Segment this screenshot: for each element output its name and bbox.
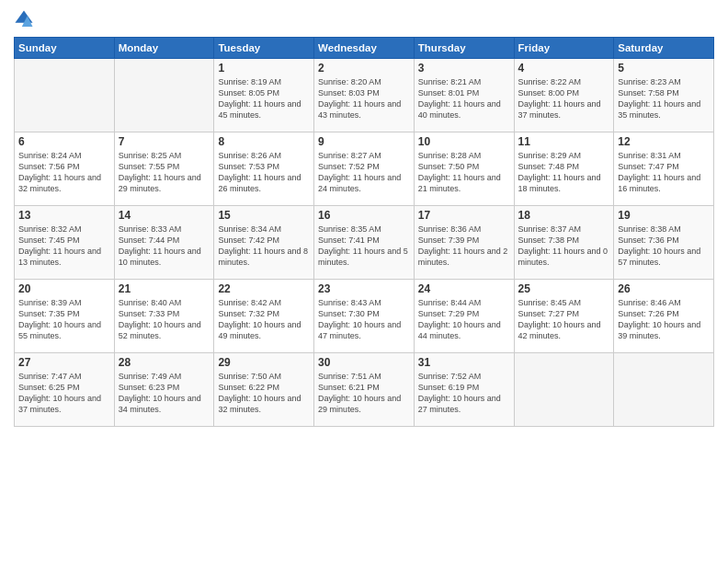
calendar-cell: 14Sunrise: 8:33 AM Sunset: 7:44 PM Dayli… [114,206,214,280]
calendar-header-wednesday: Wednesday [314,38,415,59]
day-info: Sunrise: 8:43 AM Sunset: 7:30 PM Dayligh… [318,297,410,342]
header [14,9,714,29]
day-number: 7 [119,135,210,148]
calendar-cell: 22Sunrise: 8:42 AM Sunset: 7:32 PM Dayli… [214,280,314,353]
day-number: 17 [418,209,510,222]
calendar-cell: 25Sunrise: 8:45 AM Sunset: 7:27 PM Dayli… [514,280,614,353]
day-info: Sunrise: 8:34 AM Sunset: 7:42 PM Dayligh… [218,224,310,269]
day-info: Sunrise: 7:52 AM Sunset: 6:19 PM Dayligh… [418,371,510,416]
calendar-week-row: 1Sunrise: 8:19 AM Sunset: 8:05 PM Daylig… [15,59,714,132]
day-info: Sunrise: 8:40 AM Sunset: 7:33 PM Dayligh… [119,297,210,342]
day-number: 3 [418,62,510,75]
calendar-cell: 20Sunrise: 8:39 AM Sunset: 7:35 PM Dayli… [15,280,115,353]
day-number: 21 [119,282,210,295]
day-info: Sunrise: 8:45 AM Sunset: 7:27 PM Dayligh… [518,297,610,342]
calendar-cell: 8Sunrise: 8:26 AM Sunset: 7:53 PM Daylig… [214,132,314,206]
day-number: 25 [518,282,610,295]
day-info: Sunrise: 8:26 AM Sunset: 7:53 PM Dayligh… [218,150,310,195]
calendar-cell: 15Sunrise: 8:34 AM Sunset: 7:42 PM Dayli… [214,206,314,280]
calendar-cell: 18Sunrise: 8:37 AM Sunset: 7:38 PM Dayli… [514,206,614,280]
calendar-cell: 1Sunrise: 8:19 AM Sunset: 8:05 PM Daylig… [214,59,314,132]
calendar-cell: 27Sunrise: 7:47 AM Sunset: 6:25 PM Dayli… [15,353,115,427]
day-number: 24 [418,282,510,295]
calendar-cell: 30Sunrise: 7:51 AM Sunset: 6:21 PM Dayli… [314,353,415,427]
logo [14,9,36,29]
calendar-header-thursday: Thursday [414,38,514,59]
calendar-header-sunday: Sunday [15,38,115,59]
calendar-cell: 9Sunrise: 8:27 AM Sunset: 7:52 PM Daylig… [314,132,415,206]
day-number: 23 [318,282,410,295]
day-number: 8 [218,135,310,148]
day-number: 15 [218,209,310,222]
calendar-cell: 21Sunrise: 8:40 AM Sunset: 7:33 PM Dayli… [114,280,214,353]
calendar-cell: 6Sunrise: 8:24 AM Sunset: 7:56 PM Daylig… [15,132,115,206]
calendar-cell [15,59,115,132]
calendar-week-row: 6Sunrise: 8:24 AM Sunset: 7:56 PM Daylig… [15,132,714,206]
calendar-cell: 19Sunrise: 8:38 AM Sunset: 7:36 PM Dayli… [614,206,714,280]
day-number: 12 [618,135,710,148]
logo-icon [14,9,34,29]
day-info: Sunrise: 8:46 AM Sunset: 7:26 PM Dayligh… [618,297,710,342]
day-info: Sunrise: 8:29 AM Sunset: 7:48 PM Dayligh… [518,150,610,195]
day-number: 14 [119,209,210,222]
calendar-week-row: 27Sunrise: 7:47 AM Sunset: 6:25 PM Dayli… [15,353,714,427]
day-number: 11 [518,135,610,148]
day-number: 20 [18,282,110,295]
svg-marker-0 [15,10,32,22]
day-info: Sunrise: 8:33 AM Sunset: 7:44 PM Dayligh… [119,224,210,269]
calendar-cell: 26Sunrise: 8:46 AM Sunset: 7:26 PM Dayli… [614,280,714,353]
day-info: Sunrise: 8:42 AM Sunset: 7:32 PM Dayligh… [218,297,310,342]
calendar-header-tuesday: Tuesday [214,38,314,59]
calendar-header-saturday: Saturday [614,38,714,59]
day-info: Sunrise: 7:49 AM Sunset: 6:23 PM Dayligh… [119,371,210,416]
day-info: Sunrise: 8:38 AM Sunset: 7:36 PM Dayligh… [618,224,710,269]
calendar-cell: 29Sunrise: 7:50 AM Sunset: 6:22 PM Dayli… [214,353,314,427]
calendar-cell: 5Sunrise: 8:23 AM Sunset: 7:58 PM Daylig… [614,59,714,132]
calendar-header-row: SundayMondayTuesdayWednesdayThursdayFrid… [15,38,714,59]
day-number: 26 [618,282,710,295]
calendar-week-row: 20Sunrise: 8:39 AM Sunset: 7:35 PM Dayli… [15,280,714,353]
calendar-cell: 16Sunrise: 8:35 AM Sunset: 7:41 PM Dayli… [314,206,415,280]
day-number: 5 [618,62,710,75]
calendar-cell: 13Sunrise: 8:32 AM Sunset: 7:45 PM Dayli… [15,206,115,280]
day-number: 27 [18,356,110,369]
day-info: Sunrise: 8:37 AM Sunset: 7:38 PM Dayligh… [518,224,610,269]
day-number: 16 [318,209,410,222]
day-info: Sunrise: 8:31 AM Sunset: 7:47 PM Dayligh… [618,150,710,195]
day-info: Sunrise: 8:25 AM Sunset: 7:55 PM Dayligh… [119,150,210,195]
calendar-cell: 2Sunrise: 8:20 AM Sunset: 8:03 PM Daylig… [314,59,415,132]
day-number: 1 [218,62,310,75]
day-info: Sunrise: 8:23 AM Sunset: 7:58 PM Dayligh… [618,76,710,121]
day-info: Sunrise: 8:35 AM Sunset: 7:41 PM Dayligh… [318,224,410,269]
calendar-cell [114,59,214,132]
day-info: Sunrise: 7:50 AM Sunset: 6:22 PM Dayligh… [218,371,310,416]
day-info: Sunrise: 8:24 AM Sunset: 7:56 PM Dayligh… [18,150,110,195]
calendar-cell: 12Sunrise: 8:31 AM Sunset: 7:47 PM Dayli… [614,132,714,206]
day-info: Sunrise: 8:22 AM Sunset: 8:00 PM Dayligh… [518,76,610,121]
day-info: Sunrise: 8:32 AM Sunset: 7:45 PM Dayligh… [18,224,110,269]
day-info: Sunrise: 8:19 AM Sunset: 8:05 PM Dayligh… [218,76,310,121]
calendar-cell: 17Sunrise: 8:36 AM Sunset: 7:39 PM Dayli… [414,206,514,280]
calendar-cell: 3Sunrise: 8:21 AM Sunset: 8:01 PM Daylig… [414,59,514,132]
calendar-table: SundayMondayTuesdayWednesdayThursdayFrid… [14,37,714,427]
calendar-cell: 24Sunrise: 8:44 AM Sunset: 7:29 PM Dayli… [414,280,514,353]
calendar-cell: 7Sunrise: 8:25 AM Sunset: 7:55 PM Daylig… [114,132,214,206]
day-number: 31 [418,356,510,369]
day-info: Sunrise: 7:47 AM Sunset: 6:25 PM Dayligh… [18,371,110,416]
day-info: Sunrise: 8:39 AM Sunset: 7:35 PM Dayligh… [18,297,110,342]
calendar-cell: 10Sunrise: 8:28 AM Sunset: 7:50 PM Dayli… [414,132,514,206]
day-number: 22 [218,282,310,295]
calendar-cell: 28Sunrise: 7:49 AM Sunset: 6:23 PM Dayli… [114,353,214,427]
day-number: 2 [318,62,410,75]
calendar-cell: 31Sunrise: 7:52 AM Sunset: 6:19 PM Dayli… [414,353,514,427]
day-number: 19 [618,209,710,222]
day-number: 10 [418,135,510,148]
day-info: Sunrise: 8:21 AM Sunset: 8:01 PM Dayligh… [418,76,510,121]
page: SundayMondayTuesdayWednesdayThursdayFrid… [0,0,728,563]
day-info: Sunrise: 8:36 AM Sunset: 7:39 PM Dayligh… [418,224,510,269]
day-number: 13 [18,209,110,222]
calendar-cell: 4Sunrise: 8:22 AM Sunset: 8:00 PM Daylig… [514,59,614,132]
day-number: 9 [318,135,410,148]
calendar-cell [614,353,714,427]
calendar-cell: 11Sunrise: 8:29 AM Sunset: 7:48 PM Dayli… [514,132,614,206]
